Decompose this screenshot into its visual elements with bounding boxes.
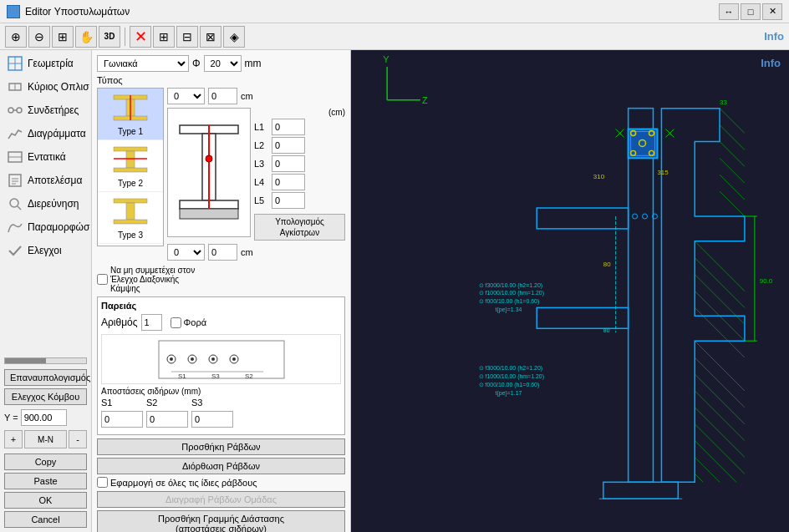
window-back-forward[interactable]: ↔ <box>719 3 739 20</box>
svg-text:Y: Y <box>383 54 389 64</box>
type-item-3[interactable]: Type 3 <box>98 192 163 244</box>
svg-line-15 <box>18 206 21 210</box>
svg-text:90.0: 90.0 <box>760 277 773 285</box>
svg-line-128 <box>695 307 745 357</box>
svg-rect-30 <box>180 209 238 219</box>
nav-results[interactable]: Αποτελέσμα <box>2 169 89 192</box>
recalc-button[interactable]: Επαναυπολογισμός <box>4 369 87 386</box>
calc-hooks-button[interactable]: ΥπολογισμόςΑγκίστρων <box>254 214 345 241</box>
main-plate-icon <box>7 79 23 95</box>
cm-label: (cm) <box>254 108 345 117</box>
svg-line-135 <box>695 441 736 483</box>
no-check-row: Να μη συμμετέχει στονΈλεγχο ΔιαξονικήςΚά… <box>97 266 345 293</box>
tool3-button[interactable]: ⊠ <box>200 26 221 48</box>
fix-rebar-button[interactable]: Διόρθωση Ράβδων <box>97 458 345 474</box>
l2-label: L2 <box>254 140 269 150</box>
main-toolbar: ⊕ ⊖ ⊞ ✋ 3D ✕ ⊞ ⊟ ⊠ ◈ Info <box>0 23 789 50</box>
dim4-input[interactable] <box>208 244 237 261</box>
s1-input[interactable] <box>101 411 143 428</box>
svg-point-144 <box>643 214 648 219</box>
s3-input[interactable] <box>191 411 233 428</box>
window-maximize[interactable]: □ <box>741 3 761 20</box>
nav-main-plate[interactable]: Κύριος Οπλισ <box>2 75 89 99</box>
svg-rect-20 <box>114 147 147 151</box>
direction-checkbox[interactable] <box>171 317 181 328</box>
svg-point-37 <box>191 357 194 361</box>
zoom-in-button[interactable]: ⊕ <box>5 26 27 48</box>
window-controls[interactable]: ↔ □ ✕ <box>719 3 782 20</box>
tool1-button[interactable]: ⊞ <box>153 26 175 48</box>
add-rebar-button[interactable]: Προσθήκη Ράβδων <box>97 438 345 455</box>
minus-button[interactable]: - <box>69 430 87 448</box>
dim1-select[interactable]: 0 <box>167 88 205 104</box>
copy-button[interactable]: Copy <box>4 453 87 470</box>
apply-all-checkbox[interactable] <box>97 477 108 488</box>
sep1 <box>125 28 125 46</box>
zoom-out-button[interactable]: ⊖ <box>28 26 50 48</box>
l1-input[interactable] <box>272 119 305 135</box>
svg-line-120 <box>720 141 745 166</box>
geometry-icon <box>7 55 23 72</box>
paste-button[interactable]: Paste <box>4 473 87 489</box>
nav-geometry-label: Γεωμετρία <box>28 58 74 69</box>
y-value-input[interactable] <box>21 409 67 426</box>
s2-input[interactable] <box>146 411 188 428</box>
l3-input[interactable] <box>272 155 305 172</box>
beam-large-preview <box>167 108 251 237</box>
cancel-button[interactable]: Cancel <box>4 511 87 528</box>
pan-button[interactable]: ✋ <box>75 26 97 48</box>
zoom-fit-button[interactable]: ⊞ <box>52 26 74 48</box>
node-check-button[interactable]: Ελεγχος Κόμβου <box>4 388 87 405</box>
mn-button[interactable]: M-N <box>24 430 67 448</box>
type-item-2[interactable]: Type 2 <box>98 140 163 192</box>
delete-group-button[interactable]: Διαγραφή Ράβδων Ομάδας <box>97 491 345 508</box>
rebar-num-input[interactable] <box>141 314 162 331</box>
type3-preview <box>109 195 151 229</box>
ok-button[interactable]: OK <box>4 492 87 509</box>
s3-label: S3 <box>191 398 233 408</box>
info-overlay-button[interactable]: Info <box>761 57 781 69</box>
slider[interactable] <box>4 357 87 364</box>
phi-select[interactable]: 20 <box>204 55 242 72</box>
tool4-button[interactable]: ◈ <box>223 26 245 48</box>
plus-button[interactable]: + <box>4 430 23 448</box>
nav-connectors[interactable]: Συνδετήρες <box>2 99 89 122</box>
nav-deformations[interactable]: Παραμορφώσ <box>2 215 89 239</box>
svg-rect-22 <box>114 168 147 172</box>
type-list[interactable]: Type 1 Type 2 <box>97 88 164 246</box>
svg-text:t{pe}=1.17: t{pe}=1.17 <box>495 390 522 397</box>
l5-input[interactable] <box>272 192 305 209</box>
no-check-checkbox[interactable] <box>97 274 108 285</box>
l3-row: L3 <box>254 155 345 172</box>
svg-rect-92 <box>537 208 628 229</box>
l2-input[interactable] <box>272 137 305 154</box>
type-item-1[interactable]: Type 1 <box>98 89 163 140</box>
nav-checks[interactable]: Ελεγχοι <box>2 239 89 262</box>
shape-dropdown[interactable]: Γωνιακά <box>97 55 189 72</box>
svg-line-133 <box>695 408 745 458</box>
nav-geometry[interactable]: Γεωμετρία <box>2 52 89 75</box>
info-button[interactable]: Info <box>764 30 784 43</box>
window-title: Editor Υποστυλωμάτων <box>25 6 130 18</box>
dim2-input[interactable] <box>208 88 237 104</box>
nav-evantika[interactable]: Εντατικά <box>2 145 89 169</box>
3d-button[interactable]: 3D <box>99 26 120 48</box>
l2-row: L2 <box>254 137 345 154</box>
svg-line-122 <box>720 175 745 200</box>
delete-button[interactable]: ✕ <box>130 26 151 48</box>
add-line-button[interactable]: Προσθήκη Γραμμής Διάστασης(αποστάσεις σι… <box>97 510 345 532</box>
svg-text:⊙ f3000/10.00 (h2=1.20): ⊙ f3000/10.00 (h2=1.20) <box>479 282 543 289</box>
window-close[interactable]: ✕ <box>762 3 782 20</box>
tool2-button[interactable]: ⊟ <box>176 26 198 48</box>
rebar-num-label: Αριθμός <box>101 317 138 328</box>
app-icon <box>7 5 20 18</box>
svg-text:33: 33 <box>720 99 727 106</box>
svg-point-143 <box>633 214 638 219</box>
nav-investigation[interactable]: Διερεύνηση <box>2 192 89 215</box>
l4-input[interactable] <box>272 174 305 190</box>
dim3-select[interactable]: 0 <box>167 244 205 261</box>
nav-diagrams[interactable]: Διαγράμματα <box>2 122 89 145</box>
l-dimensions: (cm) L1 L2 L3 <box>254 108 345 241</box>
svg-line-118 <box>720 109 745 134</box>
apply-all-label: Εφαρμογή σε όλες τις ίδιες ράβδους <box>97 477 345 488</box>
